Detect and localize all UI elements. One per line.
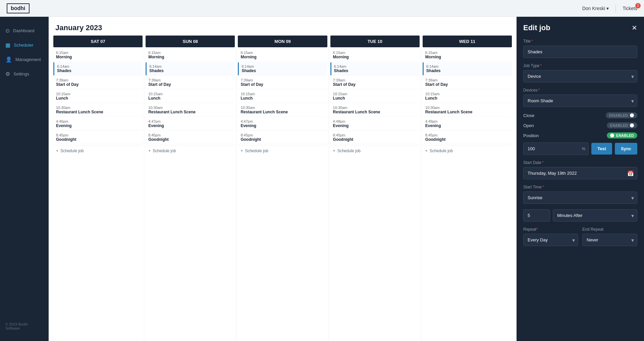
list-item[interactable]: 6:15am Morning <box>53 49 143 62</box>
open-toggle-row: Open ENABLED <box>523 122 637 128</box>
start-time-select[interactable]: Sunrise Sunset Custom <box>523 191 637 204</box>
sync-button[interactable]: Sync <box>615 143 637 155</box>
list-item[interactable]: 7:39am Start of Day <box>53 76 143 89</box>
list-item[interactable]: 6:14am Shades <box>238 62 327 75</box>
end-repeat-select[interactable]: Never Custom Date <box>582 234 637 246</box>
list-item[interactable]: 7:39am Start of Day <box>146 76 235 89</box>
position-row: % Test Sync <box>523 143 637 155</box>
position-toggle[interactable]: ENABLED <box>607 132 637 138</box>
event-name: Lunch <box>148 96 232 101</box>
day-header-sun: SUN 08 <box>146 36 235 47</box>
schedule-job-button-mon[interactable]: + Schedule job <box>238 146 327 156</box>
schedule-job-label: Schedule job <box>60 149 84 153</box>
list-item[interactable]: 10:30am Restaurant Lunch Scene <box>53 104 143 117</box>
list-item[interactable]: 10:15am Lunch <box>330 90 420 103</box>
minutes-group: Minutes After Minutes Before <box>523 209 637 222</box>
list-item[interactable]: 10:30am Restaurant Lunch Scene <box>146 104 235 117</box>
list-item[interactable]: 4:48pm Evening <box>330 117 420 130</box>
event-time: 6:15am <box>56 51 140 55</box>
event-name: Morning <box>425 55 509 59</box>
sidebar-item-management[interactable]: 👤 Management <box>0 52 49 67</box>
sidebar-item-dashboard[interactable]: ⊙ Dashboard <box>0 23 49 38</box>
list-item[interactable]: 4:46pm Evening <box>53 117 143 130</box>
list-item[interactable]: 6:15am Morning <box>423 49 512 62</box>
day-column-mon: MON 09 6:15am Morning 6:14am Shades 7:39… <box>236 36 329 341</box>
event-time: 8:45pm <box>425 133 509 137</box>
repeat-select[interactable]: Every Day Every Week Every Month <box>523 234 578 246</box>
list-item[interactable]: 7:39am Start of Day <box>330 76 420 89</box>
devices-group: Devices* Room Shade <box>523 88 637 107</box>
minutes-after-select[interactable]: Minutes After Minutes Before <box>553 209 637 222</box>
minutes-row: Minutes After Minutes Before <box>523 209 637 222</box>
list-item[interactable]: 4:49pm Evening <box>423 117 512 130</box>
user-menu[interactable]: Don Kreski ▾ <box>582 6 609 11</box>
list-item[interactable]: 10:15am Lunch <box>423 90 512 103</box>
close-toggle[interactable]: DISABLED <box>606 112 637 118</box>
event-name: Start of Day <box>240 82 324 87</box>
job-type-select[interactable]: Device Scene Automation <box>523 70 637 82</box>
list-item[interactable]: 10:15am Lunch <box>238 90 327 103</box>
event-name: Goodnight <box>148 137 232 142</box>
event-name: Start of Day <box>333 82 417 87</box>
toggle-dot <box>630 113 634 117</box>
list-item[interactable]: 6:15am Morning <box>146 49 235 62</box>
start-time-group: Start Time* Sunrise Sunset Custom <box>523 185 637 204</box>
list-item[interactable]: 6:14am Shades <box>53 62 143 75</box>
end-repeat-select-wrapper: Never Custom Date <box>582 234 637 246</box>
event-name: Morning <box>56 55 140 59</box>
close-toggle-row: Close DISABLED <box>523 112 637 118</box>
event-name: Goodnight <box>425 137 509 142</box>
day-column-sun: SUN 08 6:15am Morning 6:14am Shades 7:39… <box>144 36 236 341</box>
logo: bodhi <box>7 3 30 13</box>
schedule-job-button-sat[interactable]: + Schedule job <box>53 146 143 156</box>
list-item[interactable]: 6:15am Morning <box>238 49 327 62</box>
tickets-button[interactable]: Tickets 2 <box>623 6 637 11</box>
list-item[interactable]: 10:15am Lunch <box>53 90 143 103</box>
list-item[interactable]: 8:45pm Goodnight <box>423 131 512 144</box>
devices-select-wrapper: Room Shade <box>523 95 637 107</box>
list-item[interactable]: 8:45pm Goodnight <box>53 131 143 144</box>
list-item[interactable]: 6:14am Shades <box>423 62 512 75</box>
list-item[interactable]: 8:45pm Goodnight <box>146 131 235 144</box>
list-item[interactable]: 10:30am Restaurant Lunch Scene <box>238 104 327 117</box>
event-time: 6:14am <box>149 64 232 68</box>
sidebar-item-label: Settings <box>13 71 29 76</box>
schedule-job-button-sun[interactable]: + Schedule job <box>146 146 235 156</box>
calendar-icon[interactable]: 📅 <box>627 170 634 176</box>
dashboard-icon: ⊙ <box>5 27 10 34</box>
event-time: 6:15am <box>240 51 324 55</box>
list-item[interactable]: 8:45pm Goodnight <box>238 131 327 144</box>
list-item[interactable]: 10:15am Lunch <box>146 90 235 103</box>
list-item[interactable]: 6:14am Shades <box>330 62 420 75</box>
edit-panel-title: Edit job <box>523 23 550 32</box>
schedule-job-button-tue[interactable]: + Schedule job <box>330 146 420 156</box>
sidebar-item-settings[interactable]: ⚙ Settings <box>0 67 49 81</box>
position-input[interactable] <box>523 143 589 155</box>
list-item[interactable]: 6:15am Morning <box>330 49 420 62</box>
event-time: 10:15am <box>148 92 232 96</box>
list-item[interactable]: 4:47pm Evening <box>146 117 235 130</box>
sidebar-footer: © 2023 Bodhi Software <box>0 318 49 334</box>
title-group: Title* <box>523 39 637 58</box>
event-time: 8:45pm <box>240 133 324 137</box>
list-item[interactable]: 10:30am Restaurant Lunch Scene <box>330 104 420 117</box>
close-button[interactable]: ✕ <box>632 24 637 32</box>
test-button[interactable]: Test <box>591 143 612 155</box>
sidebar-item-scheduler[interactable]: ▦ Scheduler <box>0 38 49 52</box>
event-name: Lunch <box>240 96 324 101</box>
event-name: Evening <box>240 123 324 128</box>
list-item[interactable]: 7:39am Start of Day <box>423 76 512 89</box>
title-input[interactable] <box>523 46 637 58</box>
open-toggle[interactable]: ENABLED <box>607 122 637 128</box>
start-date-input[interactable] <box>523 167 637 179</box>
event-time: 8:45pm <box>56 133 140 137</box>
devices-select[interactable]: Room Shade <box>523 95 637 107</box>
start-time-label: Start Time* <box>523 185 637 189</box>
minutes-input[interactable] <box>523 209 550 222</box>
list-item[interactable]: 8:45pm Goodnight <box>330 131 420 144</box>
list-item[interactable]: 10:30am Restaurant Lunch Scene <box>423 104 512 117</box>
list-item[interactable]: 4:47pm Evening <box>238 117 327 130</box>
list-item[interactable]: 7:39am Start of Day <box>238 76 327 89</box>
schedule-job-button-wed[interactable]: + Schedule job <box>423 146 512 156</box>
list-item[interactable]: 6:14am Shades <box>146 62 235 75</box>
